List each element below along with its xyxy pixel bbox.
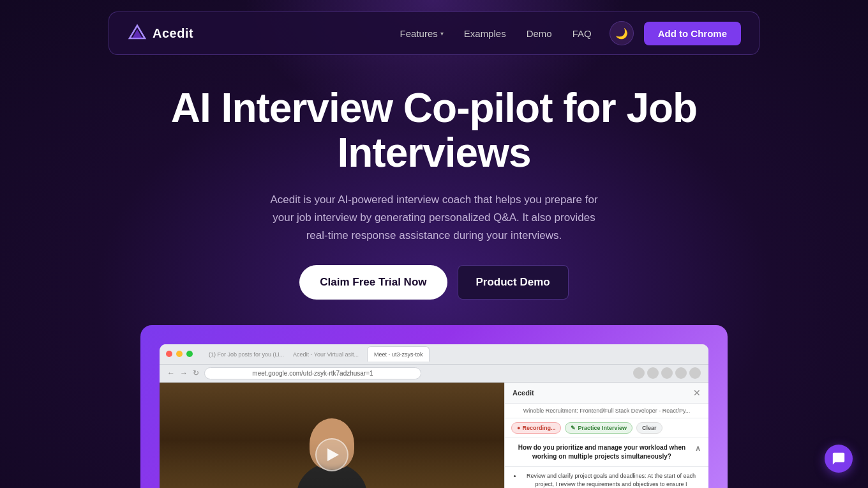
- add-to-chrome-button[interactable]: Add to Chrome: [644, 22, 741, 45]
- browser-tab-2[interactable]: Acedit - Your Virtual asit...: [286, 346, 366, 362]
- browser-tab-1[interactable]: (1) For Job posts for you (Li...: [202, 346, 285, 362]
- play-button[interactable]: [315, 438, 348, 471]
- expand-icon[interactable]: ∧: [695, 443, 701, 454]
- chevron-down-icon: ▾: [440, 30, 444, 37]
- product-demo-button[interactable]: Product Demo: [458, 265, 569, 300]
- practice-badge[interactable]: ✎ Practice Interview: [565, 422, 632, 434]
- theme-toggle-button[interactable]: 🌙: [610, 21, 634, 45]
- moon-icon: 🌙: [615, 27, 628, 40]
- browser-dot-green: [186, 351, 193, 357]
- logo-text: Acedit: [153, 26, 193, 41]
- address-input[interactable]: meet.google.com/utd-zsyk-rtk7adzhusar=1: [204, 367, 421, 379]
- browser-ext-icon: [661, 367, 673, 379]
- video-area: [160, 383, 504, 488]
- logo-icon: [127, 23, 147, 43]
- chat-icon: [832, 452, 846, 466]
- nav-links: Features ▾ Examples Demo FAQ: [400, 28, 592, 39]
- browser-user-icon: [675, 367, 687, 379]
- back-icon[interactable]: ←: [167, 369, 175, 377]
- panel-title: Acedit: [513, 389, 534, 397]
- refresh-icon[interactable]: ↻: [193, 369, 199, 377]
- hero-buttons: Claim Free Trial Now Product Demo: [0, 265, 868, 300]
- acedit-panel: Acedit ✕ Winoble Recruitment: Frontend/F…: [504, 383, 708, 488]
- panel-close-button[interactable]: ✕: [693, 388, 701, 398]
- claim-trial-button[interactable]: Claim Free Trial Now: [299, 265, 447, 300]
- hero-subtitle: Acedit is your AI-powered interview coac…: [262, 191, 606, 245]
- nav-faq[interactable]: FAQ: [572, 28, 592, 39]
- browser-topbar: (1) For Job posts for you (Li... Acedit …: [160, 344, 708, 365]
- panel-action-row: ● Recording... ✎ Practice Interview Clea…: [505, 418, 708, 438]
- browser-tab-3[interactable]: Meet - ut3-zsys-tok: [367, 346, 430, 362]
- browser-mockup: (1) For Job posts for you (Li... Acedit …: [160, 344, 708, 488]
- hero-title: AI Interview Co-pilot for Job Interviews: [147, 86, 721, 176]
- browser-tabs: (1) For Job posts for you (Li... Acedit …: [202, 346, 702, 362]
- browser-star-icon: [647, 367, 659, 379]
- browser-mic-icon: [633, 367, 645, 379]
- logo-area[interactable]: Acedit: [127, 23, 193, 43]
- browser-address-bar: ← → ↻ meet.google.com/utd-zsyk-rtk7adzhu…: [160, 365, 708, 383]
- recording-badge[interactable]: ● Recording...: [511, 422, 561, 434]
- browser-dot-red: [166, 351, 172, 357]
- panel-header: Acedit ✕: [505, 383, 708, 404]
- nav-examples[interactable]: Examples: [464, 28, 506, 39]
- clear-badge[interactable]: Clear: [636, 422, 662, 434]
- play-icon: [327, 448, 339, 461]
- panel-answer: Review and clarify project goals and dea…: [505, 467, 708, 488]
- browser-menu-icon: [689, 367, 701, 379]
- chat-bubble-button[interactable]: [825, 445, 853, 473]
- browser-dot-yellow: [176, 351, 183, 357]
- answer-bullet-1: Review and clarify project goals and dea…: [521, 472, 701, 488]
- panel-question: How do you prioritize and manage your wo…: [505, 438, 708, 467]
- demo-container: (1) For Job posts for you (Li... Acedit …: [140, 325, 728, 488]
- browser-content: Acedit ✕ Winoble Recruitment: Frontend/F…: [160, 383, 708, 488]
- nav-demo[interactable]: Demo: [527, 28, 552, 39]
- hero-section: AI Interview Co-pilot for Job Interviews…: [0, 55, 868, 488]
- nav-features[interactable]: Features ▾: [400, 28, 444, 39]
- forward-icon[interactable]: →: [180, 369, 188, 377]
- practice-icon: ✎: [571, 425, 576, 431]
- record-dot: ●: [517, 425, 520, 431]
- panel-subtitle: Winoble Recruitment: Frontend/Full Stack…: [505, 404, 708, 418]
- video-person: [160, 383, 504, 488]
- navigation: Acedit Features ▾ Examples Demo FAQ 🌙 Ad…: [108, 11, 760, 55]
- browser-action-icons: [633, 367, 701, 379]
